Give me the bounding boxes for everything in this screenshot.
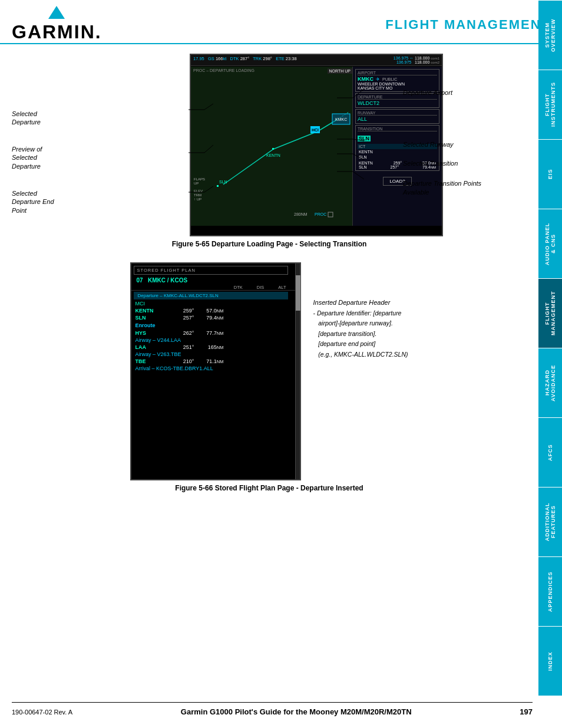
sidebar-tab-afcs[interactable]: AFCS (538, 417, 562, 487)
figure2-annotation: Inserted Departure Header - Departure Id… (313, 298, 408, 360)
svg-text:TRM: TRM (194, 193, 201, 197)
col-dis: DIS (257, 285, 265, 290)
right-sidebar: SYSTEMOVERVIEW FLIGHTINSTRUMENTS EIS AUD… (538, 0, 562, 696)
fp-route: 07 KMKC / KCOS (131, 276, 300, 285)
footer-title: Garmin G1000 Pilot's Guide for the Moone… (181, 707, 412, 716)
airport-name: WHEELER DOWNTOWN (358, 82, 437, 86)
airport-icon: ✈ (376, 77, 380, 82)
col-dtk: DTK (234, 285, 243, 290)
enroute-label: Enroute (131, 321, 300, 330)
fp-route-label: KMKC / KCOS (148, 277, 187, 284)
logo-text: GARMIN. (12, 21, 102, 43)
page-title: FLIGHT MANAGEMENT (385, 17, 550, 32)
sidebar-tab-additional-features[interactable]: ADDITIONALFEATURES (538, 487, 562, 556)
annotation-selected-transition: Selected Transition (403, 160, 458, 167)
runway-section: RUNWAY ALL (355, 109, 439, 124)
map-area: PROC – DEPARTURE LOADING NORTH UP (191, 67, 355, 226)
sidebar-tab-eis[interactable]: EIS (538, 139, 562, 209)
flight-plan-screen-wrapper: STORED FLIGHT PLAN 07 KMKC / KCOS DTK DI… (130, 262, 301, 480)
svg-text:SLN: SLN (219, 180, 227, 184)
annotation-preview: Preview ofSelectedDeparture (12, 145, 42, 170)
sln-dtk: 257° (391, 165, 399, 169)
sidebar-tab-index[interactable]: INDEX (538, 626, 562, 696)
svg-text:HCI: HCI (312, 128, 319, 132)
wp-sln-dis: 79.4NM (194, 315, 223, 321)
sidebar-tab-flight-management[interactable]: FLIGHTMANAGEMENT (538, 278, 562, 348)
airport-section-title: AIRPORT (358, 71, 437, 75)
figure2-annotation-text: Inserted Departure Header - Departure Id… (313, 298, 408, 360)
airway-v244: Airway – V244.LAA (131, 337, 300, 344)
wp-hys: HYS 262° 77.7NM (131, 330, 300, 337)
wp-sln: SLN 257° 79.4NM (131, 314, 300, 321)
logo-triangle-icon (48, 6, 65, 19)
sidebar-tab-audio-panel[interactable]: AUDIO PANEL& CNS (538, 209, 562, 278)
annotation-departure-end-point: SelectedDeparture EndPoint (12, 189, 54, 215)
flight-plan-screen: STORED FLIGHT PLAN 07 KMKC / KCOS DTK DI… (130, 262, 301, 480)
wp-mci-dis (194, 301, 223, 307)
fp-scrollbar[interactable] (295, 263, 300, 479)
wp-mci-name: MCI (135, 301, 167, 307)
airport-id: KMKC (358, 76, 373, 82)
proc-label: PROC – DEPARTURE LOADING (193, 68, 254, 73)
map-svg: KMKC SLN KENTN HCI FL (191, 75, 355, 222)
svg-text:ELEV: ELEV (194, 189, 203, 193)
wp-tbe-name: TBE (135, 358, 167, 364)
transition-label: TRANSITION (358, 127, 437, 131)
transition-item-kentn[interactable]: KENTN (358, 149, 437, 154)
fp-col-headers: DTK DIS ALT (131, 285, 300, 291)
svg-text:↑ UP: ↑ UP (194, 197, 201, 201)
wp-mci-dtk (167, 301, 194, 307)
airport-type: PUBLIC (382, 77, 397, 81)
sidebar-tab-appendices[interactable]: APPENDICES (538, 556, 562, 626)
page-header: GARMIN. FLIGHT MANAGEMENT (0, 0, 562, 44)
figure2-wrapper: STORED FLIGHT PLAN 07 KMKC / KCOS DTK DI… (12, 262, 527, 480)
annotation-selected-departure: SelectedDeparture (12, 110, 41, 127)
wp-laa-name: LAA (135, 344, 167, 350)
svg-rect-19 (328, 212, 333, 217)
transition-item-sln[interactable]: SLN (358, 154, 437, 160)
wp-tbe: TBE 210° 71.1NM (131, 358, 300, 365)
kentn-dtk: 259° (394, 161, 402, 165)
col-alt: ALT (278, 285, 286, 290)
departure-id: WLDCT2 (358, 100, 437, 106)
wp-hys-name: HYS (135, 330, 167, 336)
kentn-name: KENTN (359, 161, 373, 165)
fp-title-bar: STORED FLIGHT PLAN (134, 266, 288, 275)
svg-text:PROC: PROC (315, 212, 326, 216)
arrival-label: Arrival – KCOS-TBE.DBRY1.ALL (131, 365, 300, 372)
wp-kentn: KENTN 259° 57.0NM (131, 307, 300, 314)
sidebar-tab-flight-instruments[interactable]: FLIGHTINSTRUMENTS (538, 70, 562, 139)
annotation-selected-runway: Selected Runway (403, 141, 454, 148)
sidebar-tab-system-overview[interactable]: SYSTEMOVERVIEW (538, 0, 562, 70)
sidebar-tab-hazard-avoidance[interactable]: HAZARDAVOIDANCE (538, 348, 562, 417)
fp-route-num: 07 (136, 277, 143, 284)
footer-page-number: 197 (520, 707, 533, 716)
svg-text:280NM: 280NM (294, 212, 308, 216)
footer-doc-number: 190-00647-02 Rev. A (12, 709, 72, 716)
top-bar-left: 17.95 GS 166kt DTK 287° TRK 298° ETE 23:… (193, 56, 297, 64)
fp-scroll-thumb[interactable] (296, 275, 300, 311)
runway-label: RUNWAY (358, 111, 437, 116)
wp-hys-dis: 77.7NM (194, 330, 223, 336)
airway-v263: Airway – V263.TBE (131, 351, 300, 358)
svg-text:FLAPS: FLAPS (194, 177, 205, 181)
garmin-logo: GARMIN. (12, 6, 102, 43)
svg-rect-7 (217, 185, 219, 187)
inserted-departure-detail: - Departure Identifier: [departure airpo… (313, 309, 408, 358)
figure2-caption: Figure 5-66 Stored Flight Plan Page - De… (12, 484, 527, 492)
sln-name: SLN (359, 165, 367, 169)
inserted-departure-header-label: Inserted Departure Header (313, 299, 390, 306)
main-content: SelectedDeparture Preview ofSelectedDepa… (0, 54, 538, 504)
wp-sln-dtk: 257° (167, 315, 194, 321)
annotation-transition-points: Departure Transition PointsAvailable (403, 179, 481, 197)
wp-sln-name: SLN (135, 315, 167, 321)
svg-text:KMKC: KMKC (335, 117, 347, 121)
svg-rect-9 (272, 148, 274, 150)
svg-text:KENTN: KENTN (266, 153, 280, 157)
wp-laa: LAA 251° 165NM (131, 344, 300, 351)
transition-value: SLN (358, 136, 371, 141)
figure2-section: STORED FLIGHT PLAN 07 KMKC / KCOS DTK DI… (12, 262, 527, 492)
annotation-departure-airport: Departure Airport (403, 89, 452, 96)
wp-mci: MCI (131, 300, 300, 307)
wp-kentn-dis: 57.0NM (194, 308, 223, 314)
